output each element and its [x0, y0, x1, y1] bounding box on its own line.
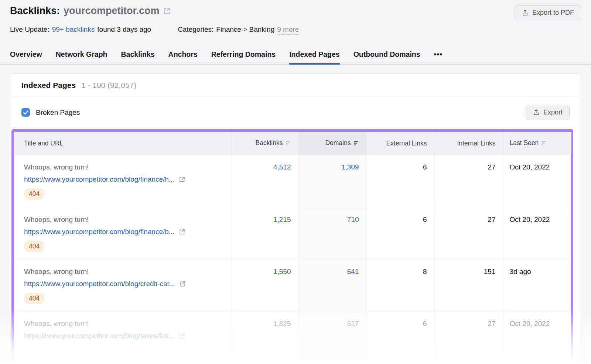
live-update-suffix: found 3 days ago [97, 25, 151, 34]
backlinks-count-link[interactable]: 4,512 [273, 163, 291, 171]
column-header-last-seen[interactable]: Last Seen [503, 132, 571, 155]
external-link-icon[interactable] [179, 333, 185, 339]
page-title-text: Whoops, wrong turn! [24, 163, 224, 171]
tab-backlinks[interactable]: Backlinks [121, 46, 155, 64]
page-url-link[interactable]: https://www.yourcompetitor.com/blog/taxe… [24, 332, 175, 340]
external-link-icon[interactable] [163, 7, 171, 15]
broken-pages-filter[interactable]: Broken Pages [21, 108, 80, 117]
more-tabs-button[interactable]: ••• [434, 46, 443, 64]
broken-pages-label: Broken Pages [36, 109, 80, 117]
sort-descending-icon[interactable] [286, 140, 291, 147]
broken-pages-checkbox[interactable] [21, 108, 30, 117]
domains-count-link[interactable]: 617 [347, 320, 359, 327]
external-link-icon[interactable] [179, 229, 185, 235]
page-header: Backlinks: yourcompetitor.com Export to … [0, 0, 591, 35]
analyzed-domain: yourcompetitor.com [64, 5, 160, 17]
indexed-pages-card: Indexed Pages 1 - 100 (92,057) Broken Pa… [10, 73, 581, 363]
tab-network-graph[interactable]: Network Graph [56, 46, 107, 64]
table-header-row: Title and URL Backlinks Domains External… [14, 132, 571, 155]
column-label: Domains [325, 139, 351, 147]
live-update-backlinks-link[interactable]: 99+ backlinks [52, 25, 95, 34]
backlinks-count-link[interactable]: 1,215 [273, 216, 291, 223]
live-update-status: Live Update: 99+ backlinks found 3 days … [10, 25, 151, 34]
page-title-text: Whoops, wrong turn! [24, 216, 224, 224]
export-to-pdf-label: Export to PDF [532, 9, 574, 17]
column-label: Backlinks [256, 139, 283, 147]
check-icon [23, 110, 28, 115]
categories-value: Finance > Banking [216, 25, 274, 34]
backlinks-count-link[interactable]: 1,550 [273, 268, 291, 275]
export-label: Export [543, 109, 563, 116]
status-badge: 404 [24, 188, 44, 200]
live-update-label: Live Update: [10, 25, 49, 34]
status-badge: 404 [24, 241, 44, 252]
domains-count-link[interactable]: 710 [347, 216, 359, 223]
page-title-prefix: Backlinks: [10, 5, 60, 17]
external-link-icon[interactable] [179, 281, 186, 287]
column-header-backlinks[interactable]: Backlinks [231, 132, 298, 155]
domains-count-link[interactable]: 1,309 [341, 163, 359, 171]
page-title-text: Whoops, wrong turn! [24, 268, 224, 276]
card-title: Indexed Pages [21, 81, 76, 89]
page-url-link[interactable]: https://www.yourcompetitor.com/blog/fina… [24, 175, 175, 183]
sort-descending-icon-active[interactable] [354, 140, 359, 147]
external-links-count: 6 [366, 311, 434, 363]
upload-icon [522, 9, 529, 16]
tab-anchors[interactable]: Anchors [168, 46, 198, 64]
tab-overview[interactable]: Overview [10, 46, 42, 64]
internal-links-count: 27 [434, 311, 503, 363]
domains-count-link[interactable]: 641 [347, 268, 359, 275]
card-header: Indexed Pages 1 - 100 (92,057) [10, 74, 581, 97]
indexed-pages-table-highlight: Title and URL Backlinks Domains External… [11, 129, 573, 363]
page-url-link[interactable]: https://www.yourcompetitor.com/blog/fina… [24, 228, 175, 236]
status-badge: 404 [24, 293, 44, 304]
export-button[interactable]: Export [526, 105, 570, 120]
table-row: Whoops, wrong turn! https://www.yourcomp… [14, 155, 571, 207]
backlinks-count-link[interactable]: 1,825 [273, 320, 291, 327]
tab-outbound-domains[interactable]: Outbound Domains [353, 46, 420, 64]
sort-descending-icon[interactable] [542, 140, 547, 147]
categories-label: Categories: [178, 25, 213, 34]
table-row: Whoops, wrong turn! https://www.yourcomp… [14, 311, 571, 363]
result-range: 1 - 100 (92,057) [81, 81, 136, 89]
internal-links-count: 151 [434, 259, 503, 311]
column-label: Last Seen [510, 139, 539, 147]
tab-indexed-pages[interactable]: Indexed Pages [289, 46, 340, 64]
indexed-pages-table: Title and URL Backlinks Domains External… [14, 132, 571, 363]
export-to-pdf-button[interactable]: Export to PDF [515, 5, 581, 20]
tab-referring-domains[interactable]: Referring Domains [211, 46, 276, 64]
column-header-external-links[interactable]: External Links [366, 132, 434, 155]
external-link-icon[interactable] [179, 176, 185, 183]
page-title: Backlinks: yourcompetitor.com [10, 5, 171, 17]
external-links-count: 6 [366, 207, 434, 259]
last-seen-value: Oct 20, 2022 [503, 311, 571, 363]
categories-more-link[interactable]: 9 more [277, 25, 299, 35]
page-title-text: Whoops, wrong turn! [24, 320, 224, 328]
table-row: Whoops, wrong turn! https://www.yourcomp… [14, 207, 571, 259]
upload-icon [533, 109, 540, 116]
column-header-internal-links[interactable]: Internal Links [434, 132, 503, 155]
report-tabs: Overview Network Graph Backlinks Anchors… [0, 46, 591, 65]
page-url-link[interactable]: https://www.yourcompetitor.com/blog/cred… [24, 280, 175, 288]
external-links-count: 8 [366, 259, 434, 311]
last-seen-value: Oct 20, 2022 [503, 155, 571, 207]
last-seen-value: Oct 20, 2022 [503, 207, 571, 259]
column-header-title-url[interactable]: Title and URL [14, 132, 231, 155]
table-row: Whoops, wrong turn! https://www.yourcomp… [14, 259, 571, 311]
column-header-domains[interactable]: Domains [298, 132, 366, 155]
external-links-count: 6 [366, 155, 434, 207]
internal-links-count: 27 [434, 155, 503, 207]
internal-links-count: 27 [434, 207, 503, 259]
last-seen-value: 3d ago [503, 259, 571, 311]
categories-info: Categories: Finance > Banking 9 more [178, 25, 299, 35]
